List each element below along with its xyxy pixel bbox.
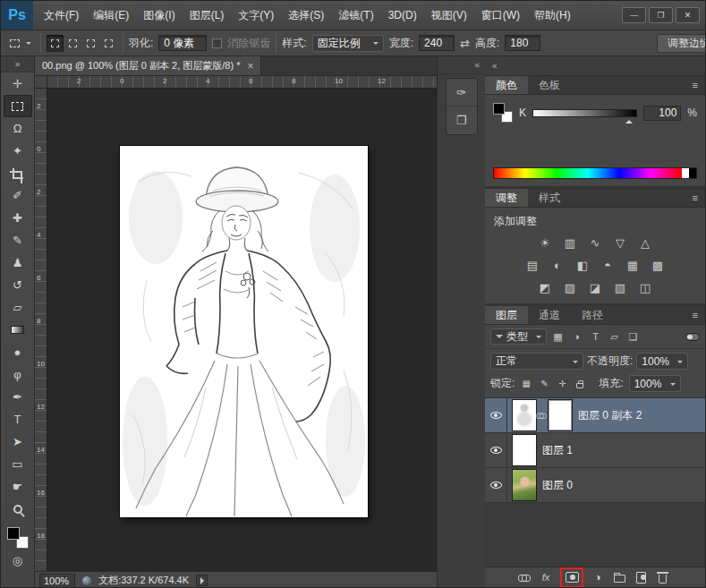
filter-adjustment-layers-icon[interactable]: ◑ bbox=[569, 329, 584, 344]
style-select[interactable]: 固定比例 bbox=[312, 35, 384, 52]
menu-type[interactable]: 文字(Y) bbox=[231, 1, 281, 30]
brush-presets-panel-button[interactable]: ✑ bbox=[447, 79, 477, 107]
gradient-map-icon[interactable]: ▧ bbox=[610, 279, 631, 296]
type-tool[interactable]: T bbox=[4, 408, 32, 430]
layer-name[interactable]: 图层 0 bbox=[542, 478, 573, 493]
filter-shape-layers-icon[interactable]: ▱ bbox=[607, 329, 622, 344]
layer-thumbnail[interactable] bbox=[513, 435, 536, 465]
lock-pixels-button[interactable]: ✎ bbox=[538, 377, 550, 390]
zoom-tool[interactable] bbox=[4, 498, 32, 520]
crop-tool[interactable] bbox=[4, 162, 32, 184]
black-swatch[interactable] bbox=[689, 168, 696, 178]
posterize-icon[interactable]: ▨ bbox=[560, 279, 581, 296]
layer-mask-thumbnail[interactable] bbox=[549, 400, 572, 430]
opacity-select[interactable]: 100% bbox=[636, 353, 688, 370]
photo-filter-icon[interactable]: ◓ bbox=[598, 257, 618, 274]
mask-link-icon[interactable] bbox=[536, 413, 546, 418]
menu-window[interactable]: 窗口(W) bbox=[474, 1, 527, 30]
clone-stamp-tool[interactable]: ♟ bbox=[4, 251, 32, 274]
layer-filter-toggle[interactable] bbox=[685, 333, 700, 341]
tab-adjustments[interactable]: 调整 bbox=[485, 189, 528, 207]
threshold-icon[interactable]: ◪ bbox=[585, 279, 606, 296]
collapsed-strip-header[interactable]: « bbox=[438, 56, 485, 74]
ruler-origin[interactable] bbox=[35, 76, 47, 89]
layer-name[interactable]: 图层 1 bbox=[542, 443, 573, 458]
restore-button[interactable]: ❐ bbox=[649, 7, 673, 23]
exposure-icon[interactable]: ▽ bbox=[610, 234, 631, 251]
foreground-background-swatches[interactable] bbox=[493, 103, 513, 123]
menu-file[interactable]: 文件(F) bbox=[37, 1, 86, 30]
menu-edit[interactable]: 编辑(E) bbox=[86, 1, 136, 30]
color-spectrum-ramp[interactable] bbox=[494, 168, 682, 178]
layer-thumbnail[interactable] bbox=[513, 470, 536, 500]
visibility-toggle[interactable] bbox=[485, 398, 507, 432]
path-selection-tool[interactable]: ➤ bbox=[4, 430, 32, 453]
color-swatches[interactable] bbox=[7, 527, 29, 549]
selective-color-icon[interactable]: ◫ bbox=[635, 279, 656, 296]
add-to-selection-button[interactable] bbox=[64, 35, 81, 52]
rectangular-marquee-tool[interactable] bbox=[4, 95, 32, 117]
visibility-toggle[interactable] bbox=[485, 468, 507, 502]
layer-filter-select[interactable]: 类型 bbox=[490, 328, 547, 345]
layer-thumbnail[interactable] bbox=[513, 400, 536, 430]
blur-tool[interactable]: ● bbox=[4, 341, 32, 363]
bw-ramp-end[interactable] bbox=[682, 168, 696, 178]
minimize-button[interactable]: — bbox=[622, 7, 646, 23]
canvas-area[interactable]: 2 0 2 4 6 8 10 12 2 0 2 4 6 8 10 12 14 1… bbox=[35, 76, 437, 571]
menu-image[interactable]: 图像(I) bbox=[136, 1, 182, 30]
antialias-checkbox[interactable] bbox=[212, 38, 222, 48]
new-selection-button[interactable] bbox=[47, 35, 64, 52]
color-balance-icon[interactable]: ◐ bbox=[548, 257, 568, 274]
fill-select[interactable]: 100% bbox=[629, 375, 681, 392]
add-layer-mask-button[interactable] bbox=[565, 570, 579, 585]
tab-color[interactable]: 颜色 bbox=[485, 76, 528, 94]
menu-filter[interactable]: 滤镜(T) bbox=[331, 1, 380, 30]
tab-paths[interactable]: 路径 bbox=[571, 306, 614, 324]
menu-select[interactable]: 选择(S) bbox=[281, 1, 331, 30]
tab-swatches[interactable]: 色板 bbox=[528, 76, 571, 94]
tools-panel-header[interactable]: » bbox=[1, 56, 34, 72]
new-layer-button[interactable] bbox=[634, 570, 648, 585]
tab-layers[interactable]: 图层 bbox=[485, 306, 528, 324]
swap-dimensions-icon[interactable]: ⇄ bbox=[460, 37, 470, 50]
gradient-tool[interactable] bbox=[4, 319, 32, 341]
dock-header[interactable]: « bbox=[485, 56, 705, 76]
refine-edge-button[interactable]: 调整边缘 bbox=[657, 34, 705, 53]
dodge-tool[interactable]: φ bbox=[4, 363, 32, 386]
layer-style-button[interactable]: fx bbox=[539, 570, 553, 585]
link-layers-button[interactable] bbox=[517, 570, 532, 585]
tab-styles[interactable]: 样式 bbox=[528, 189, 571, 207]
curves-icon[interactable]: ∿ bbox=[585, 234, 606, 251]
spot-healing-brush-tool[interactable]: ✚ bbox=[4, 207, 32, 229]
clone-source-panel-button[interactable]: ❐ bbox=[447, 107, 477, 134]
foreground-color-swatch[interactable] bbox=[493, 103, 505, 115]
lasso-tool[interactable]: Ω bbox=[4, 117, 32, 140]
layer-name[interactable]: 图层 0 副本 2 bbox=[578, 408, 642, 423]
levels-icon[interactable]: ▥ bbox=[560, 234, 581, 251]
quick-selection-tool[interactable]: ✦ bbox=[4, 140, 32, 162]
black-white-icon[interactable]: ◧ bbox=[573, 257, 593, 274]
menu-layer[interactable]: 图层(L) bbox=[183, 1, 232, 30]
move-tool[interactable]: ✛ bbox=[4, 72, 32, 95]
tab-channels[interactable]: 通道 bbox=[528, 306, 571, 324]
history-brush-tool[interactable]: ↺ bbox=[4, 274, 32, 296]
layer-row[interactable]: 图层 0 bbox=[485, 468, 705, 503]
filter-type-layers-icon[interactable]: T bbox=[588, 329, 603, 344]
intersect-selection-button[interactable] bbox=[100, 35, 117, 52]
hue-saturation-icon[interactable]: ▤ bbox=[523, 257, 543, 274]
new-adjustment-layer-button[interactable]: ◑ bbox=[591, 570, 605, 585]
white-swatch[interactable] bbox=[682, 168, 689, 178]
panel-menu-icon[interactable]: ≡ bbox=[685, 76, 705, 94]
rectangle-tool[interactable]: ▭ bbox=[4, 453, 32, 475]
tool-preset-picker[interactable] bbox=[6, 37, 35, 49]
eraser-tool[interactable]: ▱ bbox=[4, 296, 32, 319]
panel-menu-icon[interactable]: ≡ bbox=[685, 189, 705, 207]
layer-row[interactable]: 图层 0 副本 2 bbox=[485, 398, 705, 433]
foreground-color-swatch[interactable] bbox=[7, 527, 20, 540]
lock-all-button[interactable] bbox=[574, 377, 586, 390]
canvas-image[interactable] bbox=[120, 146, 368, 517]
layer-row[interactable]: 图层 1 bbox=[485, 433, 705, 468]
vibrance-icon[interactable]: △ bbox=[635, 234, 656, 251]
vertical-ruler[interactable]: 2 0 2 4 6 8 10 12 14 16 18 bbox=[35, 89, 47, 571]
menu-help[interactable]: 帮助(H) bbox=[527, 1, 578, 30]
